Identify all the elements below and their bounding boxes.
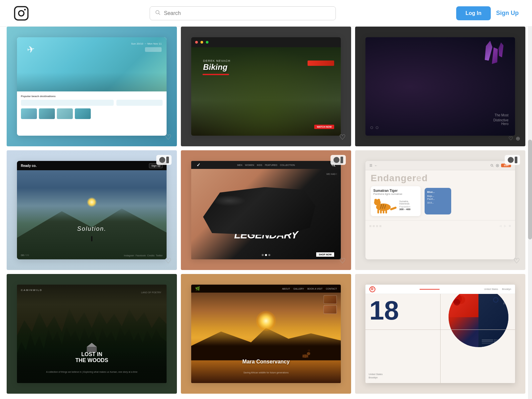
card-mockup: ✓ MEN WOMEN KIDS FEATURED COLLECTION	[191, 161, 341, 259]
hamburger-icon: ☰	[369, 164, 372, 167]
card-number: 08 / 09	[21, 254, 29, 257]
species-location: Sumatra, Indonesia	[399, 200, 418, 205]
search-area	[150, 6, 336, 20]
svg-point-10	[497, 165, 498, 166]
svg-rect-0	[15, 7, 28, 20]
card-title: Solution.	[77, 225, 106, 232]
horizontal-divider	[365, 330, 515, 330]
grid-item[interactable]: DEREK NEVACH Biking WATCH NOW ♡	[181, 27, 351, 146]
like-button[interactable]: ♡	[513, 257, 520, 265]
carousel-dots	[262, 254, 270, 256]
like-button[interactable]: ♡	[165, 257, 172, 265]
shop-button[interactable]: SHOP NOW	[316, 252, 334, 257]
svg-line-6	[334, 166, 335, 167]
vertical-divider	[440, 294, 441, 383]
card-title: Endangered	[365, 170, 515, 185]
back-icon: ←	[374, 164, 378, 167]
grid-item[interactable]: 🌿 ABOUT GALLERY BOOK A VISIT CONTACT	[181, 274, 351, 394]
card-title: LOST INTHE WOODS	[75, 351, 108, 363]
card-mockup: R United States Brooklyn 18	[365, 285, 515, 383]
share-button[interactable]: ⊕	[516, 135, 520, 142]
search-box[interactable]	[150, 6, 336, 20]
svg-line-8	[493, 166, 494, 167]
grid-item[interactable]: R United States Brooklyn 18	[355, 274, 525, 394]
search-icon	[155, 10, 161, 17]
card-text: The Most Distinctive Hero	[493, 113, 509, 126]
species-name: Sumatran Tiger	[373, 189, 418, 193]
card-subtitle: A collection of things we believe in | E…	[32, 371, 152, 373]
svg-point-2	[24, 9, 26, 10]
nav-links: MEN WOMEN KIDS FEATURED COLLECTION	[237, 164, 295, 166]
card-title: Mara Conservancy	[242, 359, 290, 365]
login-button[interactable]: Log In	[456, 6, 491, 20]
grid-item[interactable]: The Most Distinctive Hero ♡ ⊕	[355, 27, 525, 146]
grid-item[interactable]: Ready co. Sign up Solution. 08 / 09 Inst…	[7, 150, 177, 270]
species-card: Sumatran Tiger Panthera tigris sumatrae	[371, 186, 421, 216]
grid-container: ✈ Sun 20/10 → Mon Nov 11 Popular beach d…	[0, 27, 532, 394]
auth-area: Log In Sign Up	[456, 6, 519, 20]
nav-links: ABOUT GALLERY BOOK A VISIT CONTACT	[282, 288, 337, 290]
brand-logo: Ready co.	[21, 164, 37, 168]
next-species-card: Blue... Baja... Pacif... 10.0...	[425, 188, 451, 214]
svg-point-7	[491, 164, 493, 166]
signup-button[interactable]: Sign Up	[496, 10, 519, 17]
social-links: Instagram Facebook Credits Twitter	[124, 254, 163, 257]
plane-icon: ✈	[26, 44, 35, 56]
sun-graphic	[87, 197, 97, 207]
grid-item[interactable]: ☰ ← Sort Endangered Sumatran Tiger Panth…	[355, 150, 525, 270]
like-button[interactable]: ♡	[508, 135, 513, 142]
video-indicator	[331, 155, 346, 165]
person-silhouette	[91, 236, 92, 241]
card-mockup: Ready co. Sign up Solution. 08 / 09 Inst…	[17, 161, 167, 259]
card-mockup: CAMINWILD LAND OF POETRY LOST INTHE WOOD…	[17, 285, 167, 383]
svg-line-4	[159, 13, 160, 15]
grid-item[interactable]: ✓ MEN WOMEN KIDS FEATURED COLLECTION	[181, 150, 351, 270]
species-latin: Panthera tigris sumatrae	[373, 193, 418, 196]
grid-item[interactable]: ✈ Sun 20/10 → Mon Nov 11 Popular beach d…	[7, 27, 177, 146]
video-indicator	[156, 155, 172, 165]
species-count: 300 - 400	[399, 208, 418, 211]
nav-links: United States Brooklyn	[484, 288, 511, 290]
like-button[interactable]: ♡	[339, 257, 346, 265]
sidebar-text: ShoppeRed	[503, 294, 505, 305]
card-mockup: ☰ ← Sort Endangered Sumatran Tiger Panth…	[365, 161, 515, 259]
instagram-logo-icon	[13, 5, 29, 21]
card-number: 18	[369, 297, 399, 324]
logo-area	[13, 5, 29, 21]
card-mockup: The Most Distinctive Hero	[365, 37, 515, 135]
like-button[interactable]: ♡	[339, 133, 346, 142]
scrollbar-thumb[interactable]	[528, 140, 532, 239]
scrollbar[interactable]	[528, 0, 532, 399]
brand-logo: CAMINWILD	[21, 289, 43, 292]
svg-point-1	[19, 11, 24, 16]
thumbnail-gallery	[324, 295, 337, 314]
nike-logo: ✓	[197, 162, 200, 168]
brand-logo: 🌿	[195, 286, 200, 291]
brand-logo: R	[369, 286, 375, 292]
header: Log In Sign Up	[0, 0, 532, 27]
card-mockup: ✈ Sun 20/10 → Mon Nov 11 Popular beach d…	[17, 37, 167, 135]
video-indicator	[505, 155, 520, 165]
card-mockup: DEREK NEVACH Biking WATCH NOW	[191, 37, 341, 135]
like-button[interactable]: ♡	[165, 133, 172, 142]
city-circle: ShoppeRed	[449, 294, 508, 347]
search-input[interactable]	[164, 10, 330, 16]
card-mockup: 🌿 ABOUT GALLERY BOOK A VISIT CONTACT	[191, 285, 341, 383]
grid-item[interactable]: CAMINWILD LAND OF POETRY LOST INTHE WOOD…	[7, 274, 177, 394]
